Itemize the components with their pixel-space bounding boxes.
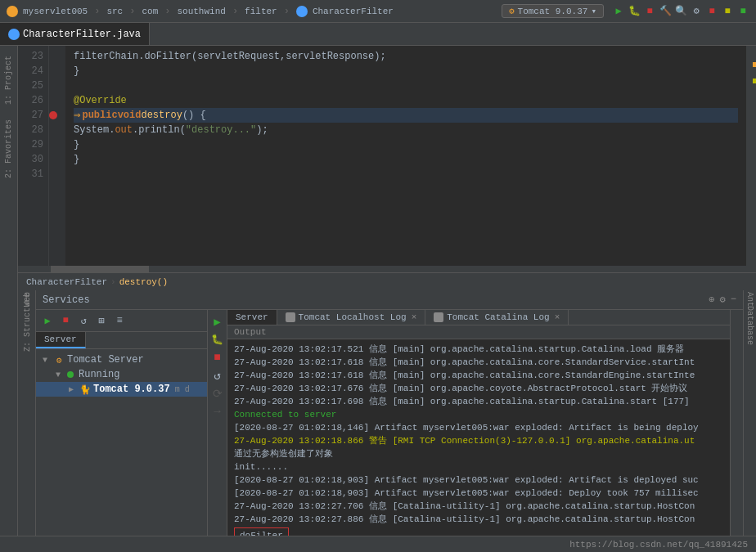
services-header-icons: ⊕ ⚙ −: [709, 294, 736, 306]
catalina-tab-icon: [434, 312, 443, 322]
code-line-24: }: [74, 64, 738, 79]
output-label: Output: [227, 325, 730, 339]
close-button[interactable]: ■: [705, 5, 718, 18]
code-line-28: System.out.println("destroy...");: [74, 123, 738, 137]
log-line-5: 27-Aug-2020 13:02:17.698 信息 [main] org.a…: [234, 395, 723, 408]
log-line-3: 27-Aug-2020 13:02:17.618 信息 [main] org.a…: [234, 369, 723, 382]
tomcat-badge[interactable]: ⚙ Tomcat 9.0.37 ▾: [502, 4, 604, 18]
editor-with-sidebar: 1: Project 2: Favorites 23 24 25 26 27 2…: [0, 46, 756, 552]
log-line-2: 27-Aug-2020 13:02:17.618 信息 [main] org.a…: [234, 356, 723, 369]
file-tab-icon: [8, 29, 20, 40]
run-button[interactable]: ▶: [612, 5, 625, 18]
h-scroll-thumb[interactable]: [51, 266, 149, 272]
app-wrapper: myservlet005 › src › com › southwind › f…: [0, 0, 756, 552]
settings-button[interactable]: ⚙: [690, 5, 703, 18]
svc-tab-server[interactable]: Server: [36, 332, 86, 348]
log-line-chinese: 通过无参构造创建了对象: [234, 447, 723, 460]
file-tab-characterfilter[interactable]: CharacterFilter.java: [0, 23, 150, 45]
catalina-tab-label: Tomcat Catalina Log: [447, 312, 549, 322]
bottom-url: https://blog.csdn.net/qq_41891425: [569, 540, 748, 550]
catalina-tab-close[interactable]: ×: [555, 312, 560, 322]
breadcrumb-class: CharacterFilter: [26, 277, 107, 287]
scroll-marker-yellow: [753, 79, 756, 83]
services-left-sidebar: Web Z: Structure: [18, 290, 36, 552]
search-button[interactable]: 🔍: [674, 5, 687, 18]
localhost-tab-close[interactable]: ×: [412, 312, 417, 322]
action-restart[interactable]: ↺: [209, 367, 226, 384]
horizontal-scrollbar[interactable]: [18, 266, 756, 272]
file-icon: [296, 6, 308, 17]
debug-button[interactable]: 🐛: [628, 5, 641, 18]
output-right-sidebar: [730, 310, 743, 552]
log-line-7: 27-Aug-2020 13:02:18.866 警告 [RMI TCP Con…: [234, 434, 723, 447]
services-main: Services ⊕ ⚙ − ▶ ■: [36, 290, 743, 552]
tree-expand-running[interactable]: ▼: [52, 369, 64, 380]
output-tab-localhost[interactable]: Tomcat Localhost Log ×: [277, 310, 426, 325]
build-button[interactable]: 🔨: [659, 5, 672, 18]
services-tree: ▼ ⚙ Tomcat Server ▼ Running: [36, 349, 207, 552]
log-line-10: 27-Aug-2020 13:02:27.706 信息 [Catalina-ut…: [234, 500, 723, 513]
svc-stop-btn[interactable]: ■: [57, 312, 74, 329]
tree-item-tomcat-version[interactable]: ▶ 🐈 Tomcat 9.0.37 m d: [36, 382, 207, 397]
output-tabs: Server Tomcat Localhost Log × Tomcat Cat: [227, 310, 730, 325]
action-arrow-right[interactable]: →: [209, 403, 226, 420]
tree-label-running: Running: [79, 369, 119, 380]
sidebar-tab-project[interactable]: 1: Project: [2, 49, 15, 111]
tree-item-tomcat-server[interactable]: ▼ ⚙ Tomcat Server: [36, 352, 207, 367]
code-line-29: }: [74, 137, 738, 152]
services-add-icon[interactable]: ⊕: [709, 294, 714, 306]
action-debug[interactable]: 🐛: [209, 331, 226, 348]
code-line-25: [74, 79, 738, 93]
action-refresh[interactable]: ⟳: [209, 385, 226, 402]
sidebar-tab-favorites[interactable]: 2: Favorites: [2, 113, 15, 185]
toolbar-icons: ▶ 🐛 ■ 🔨 🔍 ⚙ ■ ■ ■: [612, 5, 749, 18]
bottom-bar: https://blog.csdn.net/qq_41891425: [0, 536, 756, 552]
right-sidebar-ant[interactable]: Ant: [745, 294, 756, 305]
svc-more-btn[interactable]: ≡: [111, 312, 128, 329]
breadcrumb-method: destroy(): [119, 277, 168, 287]
tree-label-version: Tomcat 9.0.37: [93, 384, 170, 395]
stop-button[interactable]: ■: [643, 5, 656, 18]
main-content: 23 24 25 26 27 28 29 30 31: [18, 46, 756, 552]
sidebar-structure[interactable]: Z: Structure: [21, 316, 33, 328]
action-stop[interactable]: ■: [209, 349, 226, 366]
tomcat-server-icon: ⚙: [52, 354, 65, 366]
output-panel: Server Tomcat Localhost Log × Tomcat Cat: [227, 310, 730, 552]
right-gutter: [746, 46, 756, 266]
scroll-marker-orange: [753, 62, 756, 67]
left-sidebar: 1: Project 2: Favorites: [0, 46, 18, 552]
breadcrumb-src: src: [106, 7, 123, 16]
localhost-tab-label: Tomcat Localhost Log: [299, 312, 407, 322]
code-editor-area: 23 24 25 26 27 28 29 30 31: [18, 46, 756, 266]
services-action-buttons: ▶ 🐛 ■ ↺ ⟳ → 🗑: [208, 310, 227, 552]
tree-badge-m: m: [175, 385, 180, 394]
tomcat-version-icon: 🐈: [79, 384, 92, 395]
output-content[interactable]: 27-Aug-2020 13:02:17.521 信息 [main] org.a…: [227, 339, 730, 552]
tree-expand-tomcat[interactable]: ▼: [39, 354, 51, 366]
running-indicator: [67, 371, 74, 378]
log-line-11: 27-Aug-2020 13:02:27.886 信息 [Catalina-ut…: [234, 513, 723, 526]
svc-filter-btn[interactable]: ⊞: [93, 312, 110, 329]
services-settings-icon[interactable]: ⚙: [720, 294, 726, 306]
line-numbers: 23 24 25 26 27 28 29 30 31: [18, 46, 49, 266]
breadcrumb-southwind: southwind: [177, 7, 225, 16]
log-line-9: [2020-08-27 01:02:18,903] Artifact myser…: [234, 487, 723, 500]
minimize-button[interactable]: ■: [721, 5, 734, 18]
output-tab-server[interactable]: Server: [227, 310, 277, 325]
services-right-sidebar: Ant Database: [743, 290, 756, 552]
svc-run-btn[interactable]: ▶: [39, 312, 56, 329]
tree-label-tomcat-server: Tomcat Server: [67, 354, 144, 366]
maximize-button[interactable]: ■: [736, 5, 749, 18]
svc-restart-btn[interactable]: ↺: [75, 312, 92, 329]
output-tab-catalina[interactable]: Tomcat Catalina Log ×: [425, 310, 569, 325]
server-tab-label: Server: [236, 312, 268, 322]
action-run[interactable]: ▶: [209, 313, 226, 330]
right-sidebar-database[interactable]: Database: [745, 320, 756, 331]
log-line-8: [2020-08-27 01:02:18,903] Artifact myser…: [234, 473, 723, 487]
code-content[interactable]: filterChain.doFilter(servletRequest,serv…: [65, 46, 746, 266]
services-header: Services ⊕ ⚙ −: [36, 290, 743, 310]
code-line-26: @Override: [74, 93, 738, 108]
services-collapse-icon[interactable]: −: [731, 294, 736, 306]
tree-item-running[interactable]: ▼ Running: [36, 367, 207, 382]
tree-expand-version[interactable]: ▶: [65, 384, 77, 395]
